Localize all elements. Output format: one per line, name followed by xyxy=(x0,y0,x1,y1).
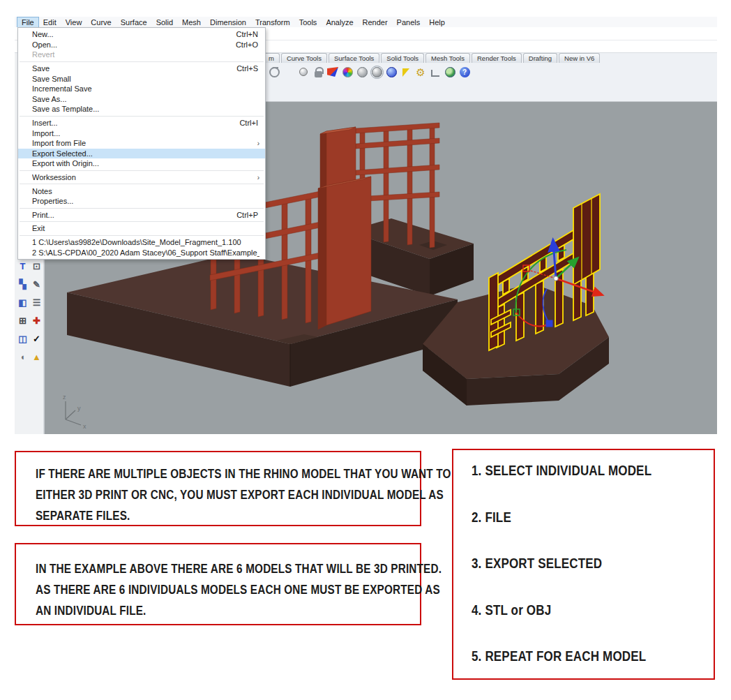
step-text: 3. EXPORT SELECTED xyxy=(472,556,602,572)
menu-separator xyxy=(18,234,265,237)
text-tool-icon[interactable]: T xyxy=(17,260,29,272)
lightbulb-icon[interactable] xyxy=(297,66,310,78)
color-wheel-icon[interactable] xyxy=(341,66,354,78)
step-item-5: 5. REPEAT FOR EACH MODEL xyxy=(472,648,714,695)
solid-cube-icon[interactable]: ◧ xyxy=(17,297,29,308)
menu-item-worksession[interactable]: Worksession› xyxy=(18,172,265,183)
menu-item-shortcut: Ctrl+P xyxy=(236,211,259,219)
menu-item-export-with-origin[interactable]: Export with Origin... xyxy=(18,158,265,169)
menubar-item-dimension[interactable]: Dimension xyxy=(206,17,250,27)
note-line: SEPARATE FILES. xyxy=(36,509,130,523)
block-tool-icon[interactable]: ▚ xyxy=(17,278,29,290)
file-dropdown-menu: New...Ctrl+NOpen...Ctrl+ORevertSaveCtrl+… xyxy=(17,27,266,260)
circle-arrow-icon[interactable] xyxy=(268,66,280,78)
menubar-item-render[interactable]: Render xyxy=(359,17,392,27)
menu-item-shortcut: Ctrl+S xyxy=(236,64,259,73)
menu-separator xyxy=(18,169,265,172)
menu-item-notes[interactable]: Notes xyxy=(18,186,265,196)
menu-item-print[interactable]: Print...Ctrl+P xyxy=(18,210,265,221)
menu-item-label: Export Selected... xyxy=(32,149,259,158)
hatch-tool-icon[interactable]: ☰ xyxy=(31,297,43,308)
clipping-plane-icon[interactable]: ✚ xyxy=(31,315,43,327)
menubar-item-edit[interactable]: Edit xyxy=(39,17,61,27)
menu-item-label: Save xyxy=(32,64,236,73)
menu-item-open[interactable]: Open...Ctrl+O xyxy=(18,40,265,50)
menu-item-properties[interactable]: Properties... xyxy=(18,196,265,207)
menu-item-label: Save As... xyxy=(32,95,259,103)
svg-text:y: y xyxy=(77,405,81,412)
menubar-item-tools[interactable]: Tools xyxy=(295,17,322,27)
menu-item-new[interactable]: New...Ctrl+N xyxy=(18,29,265,40)
menu-item-shortcut: Ctrl+I xyxy=(239,119,259,127)
menu-item-label: Import from File xyxy=(32,139,257,147)
menu-item-label: Export with Origin... xyxy=(32,159,259,167)
render-icon[interactable] xyxy=(326,66,339,78)
shaded-sphere-icon-glyph xyxy=(357,67,368,77)
mesh-tool-icon[interactable]: ◖ xyxy=(17,351,29,363)
menu-item-label: Open... xyxy=(32,40,236,49)
step-item-4: 4. STL or OBJ xyxy=(472,602,714,649)
menu-item-import-from-file[interactable]: Import from File› xyxy=(18,138,265,149)
toolbar-tab-new-in-v6[interactable]: New in V6 xyxy=(559,53,600,63)
measure-icon[interactable] xyxy=(429,66,442,78)
toolbar-tab-mesh-tools[interactable]: Mesh Tools xyxy=(425,53,470,63)
note-line: IF THERE ARE MULTIPLE OBJECTS IN THE RHI… xyxy=(36,467,451,482)
check-tool-icon[interactable]: ✓ xyxy=(31,333,43,345)
menubar-item-transform[interactable]: Transform xyxy=(251,17,294,27)
raytrace-sphere-icon-glyph xyxy=(386,67,397,77)
menu-item-1-c-users-as9982e-downloads-site-model-f[interactable]: 1 C:\Users\as9982e\Downloads\Site_Model_… xyxy=(18,237,265,248)
menu-item-label: Save as Template... xyxy=(32,105,259,113)
toolbar-tab-render-tools[interactable]: Render Tools xyxy=(472,53,522,63)
flag-icon[interactable] xyxy=(400,66,412,78)
menubar-item-mesh[interactable]: Mesh xyxy=(178,17,205,27)
earth-icon[interactable] xyxy=(444,66,456,78)
menubar-item-file[interactable]: File xyxy=(17,17,38,27)
menu-item-label: New... xyxy=(32,30,236,38)
toolbar-tab-surface-tools[interactable]: Surface Tools xyxy=(329,53,379,63)
extrude-tool-icon[interactable]: ◫ xyxy=(17,333,29,345)
scale-tool-icon[interactable]: ⊡ xyxy=(31,260,43,272)
menu-item-save-small[interactable]: Save Small xyxy=(18,73,265,84)
step-text: 1. SELECT INDIVIDUAL MODEL xyxy=(472,463,651,479)
menubar-item-curve[interactable]: Curve xyxy=(86,17,115,27)
menu-item-label: Exit xyxy=(32,224,259,232)
help-icon[interactable]: ? xyxy=(458,66,471,78)
note-line: EITHER 3D PRINT OR CNC, YOU MUST EXPORT … xyxy=(36,488,444,502)
submenu-arrow-icon: › xyxy=(257,174,259,181)
menu-item-save-as[interactable]: Save As... xyxy=(18,94,265,105)
draw-plane-icon[interactable]: ✎ xyxy=(31,278,43,290)
rendered-sphere-icon[interactable] xyxy=(370,66,383,78)
menu-item-2-s-als-cpda-00-2020-adam-stacey-06-supp[interactable]: 2 S:\ALS-CPDA\00_2020 Adam Stacey\06_Sup… xyxy=(18,247,265,258)
menubar-item-surface[interactable]: Surface xyxy=(116,17,151,27)
menubar-item-analyze[interactable]: Analyze xyxy=(322,17,357,27)
control-points-icon[interactable] xyxy=(282,66,295,78)
menubar-item-view[interactable]: View xyxy=(61,17,86,27)
svg-text:z: z xyxy=(63,394,66,401)
shaded-sphere-icon[interactable] xyxy=(356,66,368,78)
color-wheel-icon-glyph xyxy=(342,67,353,77)
steps-box: 1. SELECT INDIVIDUAL MODEL2. FILE3. EXPO… xyxy=(452,449,715,680)
gears-icon[interactable]: ⚙ xyxy=(414,66,427,78)
step-item-3: 3. EXPORT SELECTED xyxy=(472,556,714,602)
menu-item-insert[interactable]: Insert...Ctrl+I xyxy=(18,118,265,128)
menu-item-exit[interactable]: Exit xyxy=(18,223,265,234)
raytrace-sphere-icon[interactable] xyxy=(385,66,398,78)
toolbar-tab-curve-tools[interactable]: Curve Tools xyxy=(281,53,327,63)
menubar-item-solid[interactable]: Solid xyxy=(152,17,177,27)
lock-icon[interactable] xyxy=(312,66,324,78)
menu-item-incremental-save[interactable]: Incremental Save xyxy=(18,84,265,94)
rhino-window: FileEditViewCurveSurfaceSolidMeshDimensi… xyxy=(15,17,717,434)
menu-item-export-selected[interactable]: Export Selected... xyxy=(18,149,265,159)
menu-item-import[interactable]: Import... xyxy=(18,128,265,138)
array-tool-icon[interactable]: ⊞ xyxy=(17,315,29,327)
menu-separator xyxy=(18,114,265,118)
menu-item-label: Properties... xyxy=(32,197,259,205)
menu-item-save[interactable]: SaveCtrl+S xyxy=(18,64,265,74)
cone-tool-icon[interactable]: ▲ xyxy=(31,351,43,363)
menubar-item-help[interactable]: Help xyxy=(425,17,449,27)
toolbar-tab-drafting[interactable]: Drafting xyxy=(523,53,557,63)
menu-item-save-as-template[interactable]: Save as Template... xyxy=(18,104,265,114)
rendered-sphere-icon-glyph xyxy=(372,67,382,77)
toolbar-tab-solid-tools[interactable]: Solid Tools xyxy=(381,53,424,63)
menubar-item-panels[interactable]: Panels xyxy=(393,17,425,27)
